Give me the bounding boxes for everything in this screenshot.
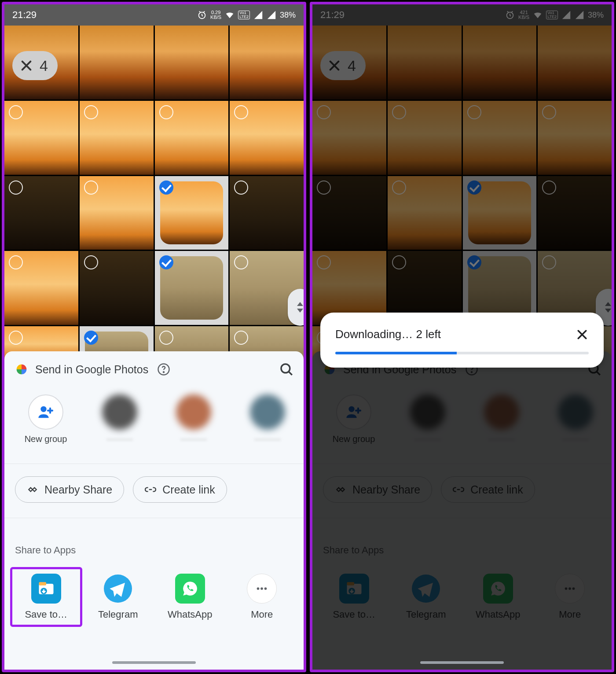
thumb-selected[interactable] (155, 176, 229, 250)
status-right: 0.29KB/S Vo1LTE2 38% (197, 10, 296, 20)
thumb[interactable] (80, 26, 154, 99)
thumb[interactable] (4, 176, 78, 250)
nearby-share-icon (27, 484, 38, 495)
svg-point-11 (264, 587, 267, 590)
contact-name: ——— (180, 434, 207, 444)
avatar (176, 394, 211, 430)
thumb[interactable] (230, 26, 304, 99)
app-telegram[interactable]: Telegram (84, 569, 152, 625)
contact-name: ——— (106, 434, 133, 444)
phone-right: 21:29 421KB/S Vo1LTE2 38% (310, 2, 614, 672)
chips-row: Nearby Share Create link (4, 476, 304, 503)
svg-point-2 (163, 372, 164, 372)
contacts-row: New group ——— ——— ——— (4, 381, 304, 449)
contact[interactable]: ——— (89, 394, 150, 444)
app-icon-folder (31, 574, 61, 604)
select-circle[interactable] (234, 105, 248, 119)
thumb[interactable] (4, 251, 78, 325)
new-group-button[interactable]: New group (15, 394, 77, 444)
selection-count: 4 (40, 57, 48, 74)
contact[interactable]: ——— (237, 394, 298, 444)
thumb[interactable] (155, 26, 229, 99)
select-circle[interactable] (9, 105, 23, 119)
thumb[interactable] (230, 176, 304, 250)
select-circle[interactable] (234, 255, 248, 269)
nav-bar[interactable] (4, 657, 304, 668)
thumb-selected[interactable] (155, 251, 229, 325)
app-label: Telegram (98, 609, 138, 620)
progress-fill (335, 352, 457, 354)
app-save-to[interactable]: Save to… (10, 567, 82, 627)
photos-grid-wrap: 4 (4, 26, 304, 366)
progress-bar (335, 352, 589, 354)
app-more[interactable]: More (228, 569, 296, 625)
nav-bar[interactable] (312, 657, 612, 668)
apps-row: Save to… Telegram WhatsApp More (4, 564, 304, 625)
status-bar: 21:29 0.29KB/S Vo1LTE2 38% (4, 4, 304, 26)
net-speed: 0.29KB/S (210, 10, 221, 20)
app-label: WhatsApp (168, 609, 213, 620)
toast-text: Downloading… 2 left (335, 328, 441, 341)
select-circle-checked[interactable] (159, 255, 173, 269)
select-circle[interactable] (159, 105, 173, 119)
divider (4, 518, 304, 518)
select-circle[interactable] (9, 255, 23, 269)
divider (4, 464, 304, 464)
nearby-share-chip[interactable]: Nearby Share (15, 476, 124, 503)
link-icon (145, 484, 156, 495)
help-icon[interactable] (157, 363, 170, 376)
wifi-icon (225, 10, 235, 20)
app-icon-telegram (103, 574, 133, 604)
select-circle[interactable] (234, 180, 248, 195)
svg-point-3 (281, 364, 290, 373)
new-group-label: New group (25, 434, 67, 444)
thumb[interactable] (230, 101, 304, 175)
chip-label: Create link (162, 483, 215, 496)
status-battery: 38% (280, 11, 296, 20)
select-circle-checked[interactable] (84, 331, 98, 345)
app-icon-whatsapp (175, 574, 205, 604)
sheet-header: Send in Google Photos (4, 351, 304, 381)
download-toast: Downloading… 2 left (320, 313, 604, 368)
close-icon[interactable] (19, 59, 33, 73)
select-circle[interactable] (9, 180, 23, 195)
select-circle[interactable] (9, 331, 23, 345)
chevron-down-icon (297, 309, 303, 313)
share-apps-label: Share to Apps (4, 530, 304, 564)
chevron-up-icon (297, 302, 303, 306)
select-circle-checked[interactable] (159, 180, 173, 195)
avatar (102, 394, 137, 430)
thumb[interactable] (155, 101, 229, 175)
avatar (250, 394, 285, 430)
thumb[interactable] (4, 101, 78, 175)
select-circle[interactable] (84, 180, 98, 195)
signal-icon-2 (267, 10, 276, 20)
select-circle[interactable] (84, 105, 98, 119)
more-icon (247, 574, 277, 604)
phone-left: 21:29 0.29KB/S Vo1LTE2 38% (2, 2, 306, 672)
select-circle[interactable] (234, 331, 248, 345)
contact-name: ——— (254, 434, 281, 444)
svg-point-4 (40, 406, 46, 412)
signal-icon-1 (253, 10, 263, 20)
share-sheet: Send in Google Photos New group ——— ——— … (4, 351, 304, 670)
select-circle[interactable] (159, 331, 173, 345)
close-icon[interactable] (576, 328, 589, 341)
svg-point-10 (260, 587, 263, 590)
selection-count-chip[interactable]: 4 (12, 51, 58, 80)
status-time: 21:29 (12, 9, 37, 21)
create-link-chip[interactable]: Create link (133, 476, 227, 503)
app-label: More (251, 609, 273, 620)
thumb[interactable] (80, 251, 154, 325)
thumb[interactable] (80, 176, 154, 250)
thumb[interactable] (80, 101, 154, 175)
app-whatsapp[interactable]: WhatsApp (156, 569, 224, 625)
alarm-icon (197, 10, 207, 20)
sheet-title: Send in Google Photos (35, 363, 148, 376)
select-circle[interactable] (84, 255, 98, 269)
contact[interactable]: ——— (163, 394, 224, 444)
chip-label: Nearby Share (44, 483, 112, 496)
search-icon[interactable] (279, 362, 294, 377)
svg-point-9 (257, 587, 260, 590)
scroll-handle[interactable] (288, 289, 306, 326)
